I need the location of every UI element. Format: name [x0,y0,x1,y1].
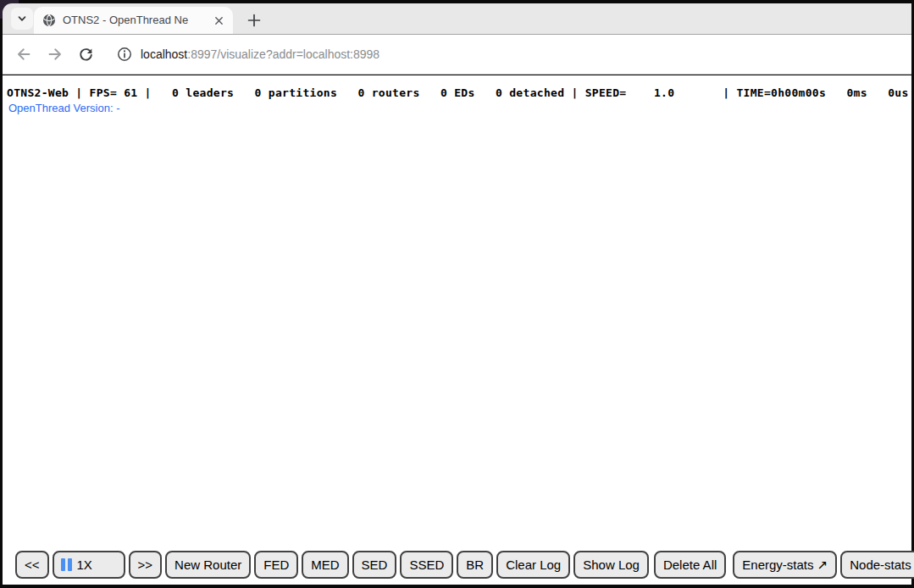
simulation-action-bar: << 1X >> New Router FED MED SED SSED BR … [15,551,914,579]
new-med-button[interactable]: MED [302,551,348,579]
speed-label: 1X [77,557,92,572]
new-sed-button[interactable]: SED [352,551,397,579]
navigation-toolbar: localhost:8997/visualize?addr=localhost:… [3,34,911,75]
node-stats-button[interactable]: Node-stats ↗ [840,551,914,579]
tab-title: OTNS2 - OpenThread Ne [63,13,211,28]
speed-down-button[interactable]: << [15,551,49,579]
clear-log-button[interactable]: Clear Log [496,551,570,579]
pause-icon [61,558,72,571]
openthread-version-link[interactable]: OpenThread Version: - [8,102,120,114]
reload-button[interactable] [75,44,96,64]
url-path: :8997/visualize?addr=localhost:8998 [187,47,379,61]
info-icon[interactable] [116,46,133,63]
back-button[interactable] [14,44,34,64]
address-bar[interactable]: localhost:8997/visualize?addr=localhost:… [111,40,385,69]
new-tab-button[interactable] [243,9,265,31]
delete-all-button[interactable]: Delete All [654,551,726,579]
simulation-status-line: OTNS2-Web | FPS= 61 | 0 leaders 0 partit… [7,86,911,99]
tab-close-icon[interactable] [211,13,226,28]
forward-button[interactable] [45,44,65,64]
tab-search-button[interactable] [11,8,33,30]
plus-icon [245,11,263,30]
globe-favicon-icon [42,14,56,27]
forward-arrow-icon [47,46,64,63]
new-router-button[interactable]: New Router [165,551,251,579]
new-br-button[interactable]: BR [457,551,493,579]
page-content: OTNS2-Web | FPS= 61 | 0 leaders 0 partit… [3,75,911,585]
url-host: localhost [141,47,187,61]
chevron-down-icon [16,13,28,25]
speed-up-button[interactable]: >> [129,551,163,579]
show-log-button[interactable]: Show Log [573,551,649,579]
new-fed-button[interactable]: FED [254,551,298,579]
reload-icon [78,47,94,63]
back-arrow-icon [15,46,32,63]
energy-stats-button[interactable]: Energy-stats ↗ [733,551,837,579]
new-ssed-button[interactable]: SSED [400,551,453,579]
tab-strip: OTNS2 - OpenThread Ne [3,3,911,34]
url-text: localhost:8997/visualize?addr=localhost:… [141,47,379,61]
speed-button[interactable]: 1X [53,551,125,579]
browser-tab[interactable]: OTNS2 - OpenThread Ne [34,7,233,34]
